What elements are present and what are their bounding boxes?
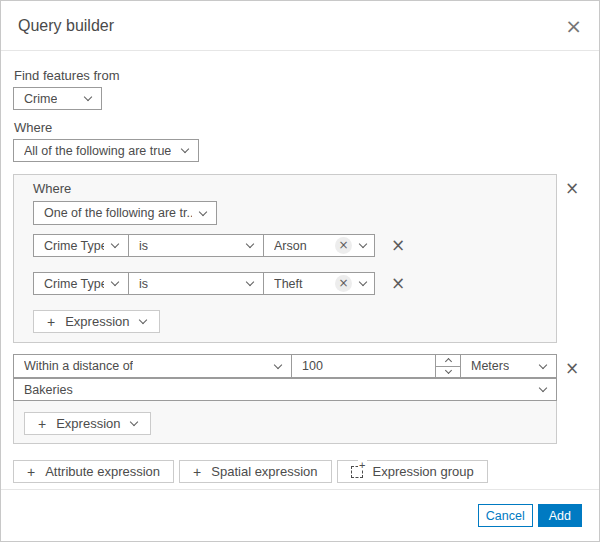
clear-value-icon[interactable]: × bbox=[335, 237, 352, 254]
attribute-expression-label: Attribute expression bbox=[45, 464, 160, 479]
close-icon[interactable]: × bbox=[565, 16, 582, 36]
target-layer-value: Bakeries bbox=[24, 383, 73, 397]
remove-group-icon[interactable]: × bbox=[565, 180, 579, 197]
remove-expression-icon[interactable]: × bbox=[391, 237, 405, 254]
chevron-down-icon bbox=[539, 360, 547, 368]
chevron-down-icon bbox=[274, 360, 282, 368]
plus-icon: + bbox=[193, 464, 201, 480]
target-layer-row: Bakeries bbox=[13, 378, 557, 401]
expression-actions: + Attribute expression + Spatial express… bbox=[13, 460, 587, 483]
value-combobox-value: Arson bbox=[274, 239, 329, 253]
chevron-down-icon bbox=[84, 93, 92, 101]
expression-group-icon: + bbox=[351, 466, 363, 478]
target-layer-select[interactable]: Bakeries bbox=[13, 378, 557, 401]
add-attribute-expression-button[interactable]: + Attribute expression bbox=[13, 460, 174, 483]
group1-remove-area: × bbox=[557, 174, 587, 197]
chevron-down-icon bbox=[444, 367, 451, 374]
add-expression-button[interactable]: + Expression bbox=[24, 412, 151, 435]
find-features-label: Find features from bbox=[14, 68, 587, 83]
match-mode-select[interactable]: All of the following are true bbox=[13, 139, 199, 162]
add-button[interactable]: Add bbox=[538, 504, 582, 527]
add-expression-button[interactable]: + Expression bbox=[33, 310, 160, 333]
where-label: Where bbox=[14, 120, 587, 135]
dialog-title: Query builder bbox=[18, 17, 114, 35]
chevron-up-icon bbox=[444, 358, 451, 365]
chevron-down-icon bbox=[138, 316, 146, 324]
distance-input[interactable] bbox=[292, 355, 435, 377]
add-expression-label: Expression bbox=[56, 416, 120, 431]
plus-icon: + bbox=[38, 416, 46, 432]
dialog-footer: Cancel Add bbox=[1, 489, 599, 541]
plus-icon: + bbox=[27, 464, 35, 480]
distance-input-wrap bbox=[291, 354, 461, 378]
query-builder-dialog: Query builder × Find features from Crime… bbox=[0, 0, 600, 542]
unit-select-value: Meters bbox=[471, 359, 509, 373]
unit-select[interactable]: Meters bbox=[460, 354, 557, 378]
operator-select[interactable]: is bbox=[128, 234, 264, 257]
chevron-down-icon bbox=[129, 418, 137, 426]
stepper-down-button[interactable] bbox=[436, 367, 460, 378]
remove-expression-icon[interactable]: × bbox=[391, 275, 405, 292]
operator-select-value: is bbox=[139, 239, 148, 253]
add-spatial-expression-button[interactable]: + Spatial expression bbox=[179, 460, 331, 483]
chevron-down-icon bbox=[359, 240, 367, 248]
chevron-down-icon bbox=[246, 240, 254, 248]
value-combobox[interactable]: Theft × bbox=[263, 272, 375, 295]
operator-select[interactable]: is bbox=[128, 272, 264, 295]
group1-where-label: Where bbox=[33, 181, 546, 196]
chevron-down-icon bbox=[539, 384, 547, 392]
clear-value-icon[interactable]: × bbox=[335, 275, 352, 292]
group2-remove-area: × bbox=[557, 354, 587, 377]
spatial-mode-select[interactable]: Within a distance of bbox=[13, 354, 292, 378]
expression-group-1: Where One of the following are tr... Cri… bbox=[13, 174, 557, 343]
expression-row-1: Crime Type is Arson × × bbox=[33, 234, 546, 257]
dialog-header: Query builder × bbox=[1, 1, 599, 51]
field-select-value: Crime Type bbox=[44, 239, 104, 253]
spatial-expression-row: Within a distance of Meters bbox=[13, 354, 557, 378]
add-expression-group-button[interactable]: + Expression group bbox=[337, 460, 488, 483]
cancel-button[interactable]: Cancel bbox=[478, 504, 533, 527]
remove-group-icon[interactable]: × bbox=[565, 360, 579, 377]
spatial-mode-value: Within a distance of bbox=[24, 359, 133, 373]
expression-group-label: Expression group bbox=[373, 464, 474, 479]
add-expression-label: Expression bbox=[65, 314, 129, 329]
expression-group-2: Within a distance of Meters bbox=[13, 354, 557, 444]
group1-match-mode-value: One of the following are tr... bbox=[44, 206, 192, 220]
dialog-body: Find features from Crime Where All of th… bbox=[1, 51, 599, 483]
spatial-expression-label: Spatial expression bbox=[211, 464, 317, 479]
expression-group-2-wrap: Within a distance of Meters bbox=[13, 354, 587, 444]
chevron-down-icon bbox=[246, 278, 254, 286]
field-select-value: Crime Type bbox=[44, 277, 104, 291]
value-combobox-value: Theft bbox=[274, 277, 329, 291]
match-mode-value: All of the following are true bbox=[24, 144, 171, 158]
expression-group-1-wrap: Where One of the following are tr... Cri… bbox=[13, 174, 587, 343]
chevron-down-icon bbox=[199, 207, 207, 215]
chevron-down-icon bbox=[359, 278, 367, 286]
chevron-down-icon bbox=[111, 240, 119, 248]
layer-select-value: Crime bbox=[24, 92, 57, 106]
chevron-down-icon bbox=[111, 278, 119, 286]
plus-icon: + bbox=[47, 314, 55, 330]
field-select[interactable]: Crime Type bbox=[33, 234, 129, 257]
value-combobox[interactable]: Arson × bbox=[263, 234, 375, 257]
expression-row-2: Crime Type is Theft × × bbox=[33, 272, 546, 295]
group1-match-mode-select[interactable]: One of the following are tr... bbox=[33, 201, 217, 225]
field-select[interactable]: Crime Type bbox=[33, 272, 129, 295]
layer-select[interactable]: Crime bbox=[13, 87, 102, 110]
plus-icon: + bbox=[358, 460, 366, 470]
chevron-down-icon bbox=[181, 145, 189, 153]
distance-stepper bbox=[435, 355, 460, 377]
operator-select-value: is bbox=[139, 277, 148, 291]
stepper-up-button[interactable] bbox=[436, 355, 460, 367]
